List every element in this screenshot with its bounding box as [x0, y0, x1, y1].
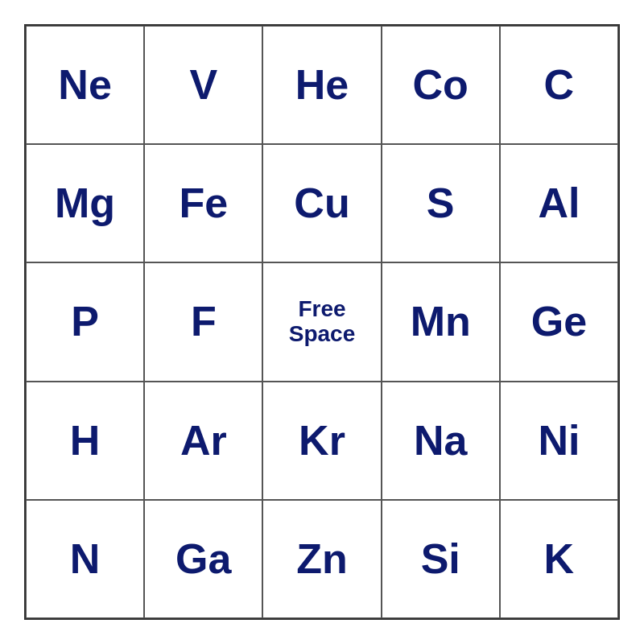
bingo-cell-r4c3[interactable]: Si — [382, 500, 500, 618]
bingo-cell-r1c3[interactable]: S — [382, 144, 500, 262]
bingo-board: NeVHeCoCMgFeCuSAlPFFree SpaceMnGeHArKrNa… — [24, 24, 620, 620]
bingo-cell-r1c1[interactable]: Fe — [144, 144, 262, 262]
bingo-cell-r4c1[interactable]: Ga — [144, 500, 262, 618]
bingo-cell-r1c4[interactable]: Al — [500, 144, 618, 262]
bingo-cell-r0c3[interactable]: Co — [382, 26, 500, 144]
bingo-cell-r0c1[interactable]: V — [144, 26, 262, 144]
bingo-cell-r4c0[interactable]: N — [26, 500, 144, 618]
bingo-cell-r3c4[interactable]: Ni — [500, 382, 618, 500]
bingo-cell-r4c4[interactable]: K — [500, 500, 618, 618]
bingo-cell-r0c0[interactable]: Ne — [26, 26, 144, 144]
bingo-cell-r4c2[interactable]: Zn — [262, 500, 381, 618]
bingo-cell-r3c3[interactable]: Na — [382, 382, 500, 500]
bingo-cell-r3c2[interactable]: Kr — [262, 382, 381, 500]
bingo-cell-r2c0[interactable]: P — [26, 262, 144, 381]
bingo-cell-r3c0[interactable]: H — [26, 382, 144, 500]
bingo-cell-r2c4[interactable]: Ge — [500, 262, 618, 381]
bingo-cell-r0c4[interactable]: C — [500, 26, 618, 144]
bingo-cell-r1c0[interactable]: Mg — [26, 144, 144, 262]
bingo-cell-r1c2[interactable]: Cu — [262, 144, 381, 262]
bingo-cell-r0c2[interactable]: He — [262, 26, 381, 144]
bingo-cell-r3c1[interactable]: Ar — [144, 382, 262, 500]
bingo-cell-r2c2[interactable]: Free Space — [262, 262, 381, 381]
bingo-cell-r2c3[interactable]: Mn — [382, 262, 500, 381]
bingo-cell-r2c1[interactable]: F — [144, 262, 262, 381]
